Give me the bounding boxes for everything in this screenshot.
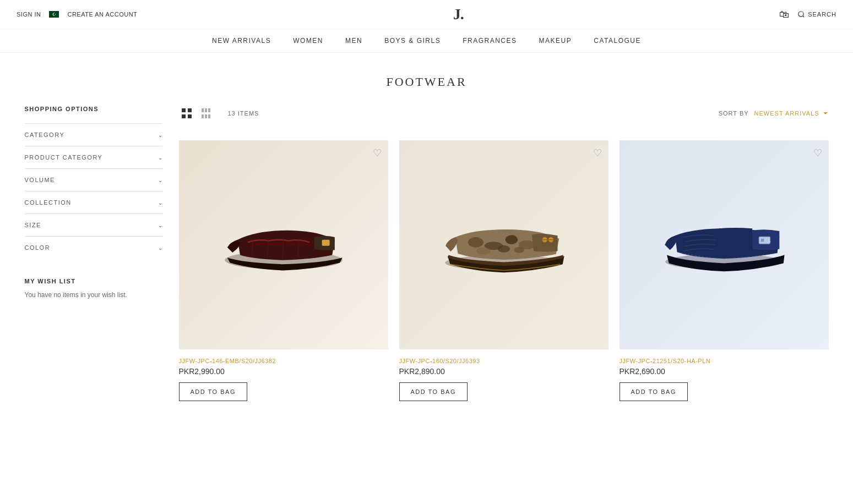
nav-boys-girls[interactable]: BOYS & GIRLS bbox=[384, 37, 441, 45]
filter-product-category-label: PRODUCT CATEGORY bbox=[25, 154, 103, 161]
filter-size-label: SIZE bbox=[25, 222, 41, 228]
svg-rect-5 bbox=[188, 114, 192, 118]
svg-text:J.: J. bbox=[767, 238, 770, 243]
wish-list-title: MY WISH LIST bbox=[25, 278, 162, 284]
filter-category-label: CATEGORY bbox=[25, 132, 65, 138]
filter-color[interactable]: COLOR ⌄ bbox=[25, 236, 162, 259]
wish-list-section: MY WISH LIST You have no items in your w… bbox=[25, 278, 162, 299]
product-image: J. bbox=[653, 209, 796, 281]
sort-area: SORT BY NEWEST ARRIVALS bbox=[719, 110, 829, 117]
page-title: FOOTWEAR bbox=[0, 75, 853, 89]
nav-men[interactable]: MEN bbox=[345, 37, 362, 45]
chevron-down-icon: ⌄ bbox=[158, 132, 162, 138]
sort-select[interactable]: NEWEST ARRIVALS bbox=[754, 110, 829, 117]
view-toggle bbox=[179, 106, 214, 121]
filter-volume-label: VOLUME bbox=[25, 177, 55, 183]
wishlist-button[interactable]: ♡ bbox=[373, 147, 382, 159]
chevron-down-icon: ⌄ bbox=[158, 245, 162, 251]
wishlist-button[interactable]: ♡ bbox=[593, 147, 602, 159]
product-toolbar: 13 ITEMS SORT BY NEWEST ARRIVALS bbox=[179, 106, 829, 127]
svg-line-1 bbox=[803, 16, 805, 18]
svg-rect-3 bbox=[188, 108, 192, 112]
product-price: PKR2,990.00 bbox=[179, 367, 388, 376]
svg-rect-7 bbox=[205, 108, 207, 112]
flag-icon bbox=[49, 11, 59, 18]
product-sku: JJFW-JPC-160/S20/JJ6393 bbox=[399, 358, 608, 364]
sidebar: SHOPPING OPTIONS CATEGORY ⌄ PRODUCT CATE… bbox=[25, 106, 179, 401]
product-sku: JJFW-JPC-146-EMB/S20/JJ6382 bbox=[179, 358, 388, 364]
sort-chevron-icon bbox=[822, 110, 829, 117]
svg-point-0 bbox=[798, 12, 803, 17]
svg-rect-4 bbox=[182, 114, 186, 118]
add-to-bag-button[interactable]: ADD TO BAG bbox=[620, 382, 688, 401]
svg-rect-8 bbox=[208, 108, 210, 112]
sort-label: SORT BY bbox=[719, 110, 749, 117]
svg-rect-2 bbox=[182, 108, 186, 112]
toolbar-left: 13 ITEMS bbox=[179, 106, 259, 121]
filter-product-category[interactable]: PRODUCT CATEGORY ⌄ bbox=[25, 146, 162, 168]
chevron-down-icon: ⌄ bbox=[158, 177, 162, 183]
product-grid: ♡ bbox=[179, 140, 829, 401]
add-to-bag-button[interactable]: ADD TO BAG bbox=[179, 382, 247, 401]
page-title-section: FOOTWEAR bbox=[0, 53, 853, 106]
nav-women[interactable]: WOMEN bbox=[293, 37, 323, 45]
filter-collection-label: COLLECTION bbox=[25, 199, 72, 206]
product-card: ♡ bbox=[399, 140, 608, 401]
create-account-link[interactable]: CREATE AN ACCOUNT bbox=[67, 11, 137, 18]
list-view-button[interactable] bbox=[199, 106, 214, 121]
svg-point-19 bbox=[468, 237, 483, 248]
top-bar-right: 🛍 SEARCH bbox=[779, 9, 836, 20]
shopping-options-title: SHOPPING OPTIONS bbox=[25, 106, 162, 112]
product-image bbox=[432, 209, 575, 281]
filter-category[interactable]: CATEGORY ⌄ bbox=[25, 123, 162, 146]
svg-point-23 bbox=[476, 248, 490, 255]
chevron-down-icon: ⌄ bbox=[158, 200, 162, 206]
svg-rect-11 bbox=[208, 114, 210, 118]
cart-icon[interactable]: 🛍 bbox=[779, 9, 789, 20]
product-card: ♡ bbox=[620, 140, 829, 401]
grid-view-button[interactable] bbox=[179, 106, 194, 121]
wish-list-empty-message: You have no items in your wish list. bbox=[25, 291, 162, 299]
main-navigation: NEW ARRIVALS WOMEN MEN BOYS & GIRLS FRAG… bbox=[0, 29, 853, 53]
svg-rect-10 bbox=[205, 114, 207, 118]
svg-rect-9 bbox=[202, 114, 204, 118]
nav-new-arrivals[interactable]: NEW ARRIVALS bbox=[212, 37, 271, 45]
filter-volume[interactable]: VOLUME ⌄ bbox=[25, 168, 162, 191]
items-count: 13 ITEMS bbox=[228, 110, 259, 117]
search-icon bbox=[797, 10, 805, 18]
chevron-down-icon: ⌄ bbox=[158, 222, 162, 228]
product-area: 13 ITEMS SORT BY NEWEST ARRIVALS ♡ bbox=[179, 106, 829, 401]
grid-icon bbox=[181, 108, 192, 119]
sort-value: NEWEST ARRIVALS bbox=[754, 110, 819, 117]
filter-size[interactable]: SIZE ⌄ bbox=[25, 213, 162, 236]
nav-makeup[interactable]: MAKEUP bbox=[539, 37, 572, 45]
svg-point-25 bbox=[514, 247, 524, 253]
nav-fragrances[interactable]: FRAGRANCES bbox=[463, 37, 517, 45]
svg-rect-13 bbox=[322, 240, 329, 246]
product-image-wrapper: ♡ bbox=[620, 140, 829, 349]
product-price: PKR2,690.00 bbox=[620, 367, 829, 376]
list-icon bbox=[201, 108, 212, 119]
svg-rect-31 bbox=[760, 239, 764, 242]
brand-logo[interactable]: J. bbox=[453, 6, 464, 23]
top-bar-left: SIGN IN CREATE AN ACCOUNT bbox=[17, 11, 137, 18]
signin-link[interactable]: SIGN IN bbox=[17, 11, 41, 18]
product-sku: JJFW-JPC-21251/S20-HA-PLN bbox=[620, 358, 829, 364]
search-label: SEARCH bbox=[808, 11, 836, 18]
add-to-bag-button[interactable]: ADD TO BAG bbox=[399, 382, 468, 401]
product-image-wrapper: ♡ bbox=[179, 140, 388, 349]
product-image-wrapper: ♡ bbox=[399, 140, 608, 349]
filter-color-label: COLOR bbox=[25, 244, 51, 251]
product-image bbox=[212, 209, 355, 281]
product-card: ♡ bbox=[179, 140, 388, 401]
svg-rect-6 bbox=[202, 108, 204, 112]
chevron-down-icon: ⌄ bbox=[158, 155, 162, 161]
nav-catalogue[interactable]: CATALOGUE bbox=[594, 37, 641, 45]
svg-point-24 bbox=[497, 245, 509, 253]
svg-point-21 bbox=[505, 235, 517, 244]
wishlist-button[interactable]: ♡ bbox=[813, 147, 822, 159]
product-price: PKR2,890.00 bbox=[399, 367, 608, 376]
filter-collection[interactable]: COLLECTION ⌄ bbox=[25, 191, 162, 213]
search-area[interactable]: SEARCH bbox=[797, 10, 836, 18]
